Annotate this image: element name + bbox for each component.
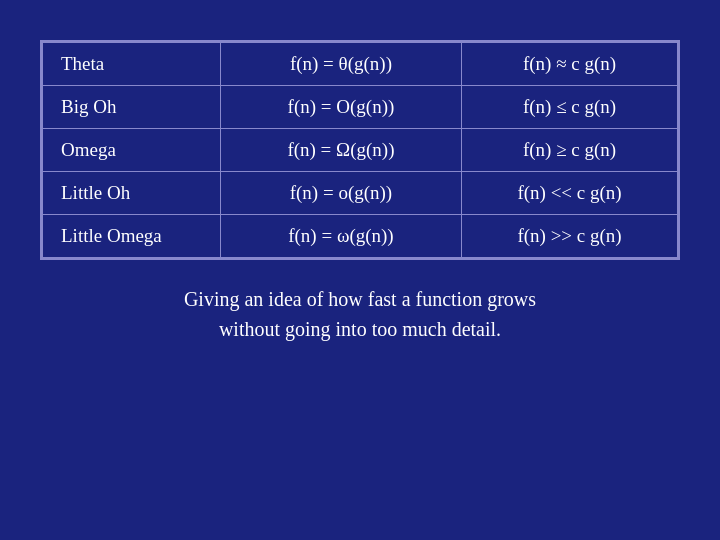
row-condition: f(n) ≤ c g(n)	[462, 86, 678, 129]
table-row: Thetaf(n) = θ(g(n))f(n) ≈ c g(n)	[43, 43, 678, 86]
row-definition: f(n) = o(g(n))	[220, 172, 461, 215]
row-definition: f(n) = θ(g(n))	[220, 43, 461, 86]
row-name: Little Oh	[43, 172, 221, 215]
table-row: Little Omegaf(n) = ω(g(n))f(n) >> c g(n)	[43, 215, 678, 258]
table-row: Little Ohf(n) = o(g(n))f(n) << c g(n)	[43, 172, 678, 215]
table-row: Omegaf(n) = Ω(g(n))f(n) ≥ c g(n)	[43, 129, 678, 172]
row-name: Little Omega	[43, 215, 221, 258]
row-condition: f(n) ≈ c g(n)	[462, 43, 678, 86]
row-condition: f(n) ≥ c g(n)	[462, 129, 678, 172]
row-definition: f(n) = ω(g(n))	[220, 215, 461, 258]
row-name: Omega	[43, 129, 221, 172]
table-row: Big Ohf(n) = O(g(n))f(n) ≤ c g(n)	[43, 86, 678, 129]
row-definition: f(n) = Ω(g(n))	[220, 129, 461, 172]
row-name: Big Oh	[43, 86, 221, 129]
row-condition: f(n) << c g(n)	[462, 172, 678, 215]
row-name: Theta	[43, 43, 221, 86]
classifying-table: Thetaf(n) = θ(g(n))f(n) ≈ c g(n)Big Ohf(…	[40, 40, 680, 260]
row-condition: f(n) >> c g(n)	[462, 215, 678, 258]
row-definition: f(n) = O(g(n))	[220, 86, 461, 129]
footer-text: Giving an idea of how fast a function gr…	[184, 284, 536, 344]
